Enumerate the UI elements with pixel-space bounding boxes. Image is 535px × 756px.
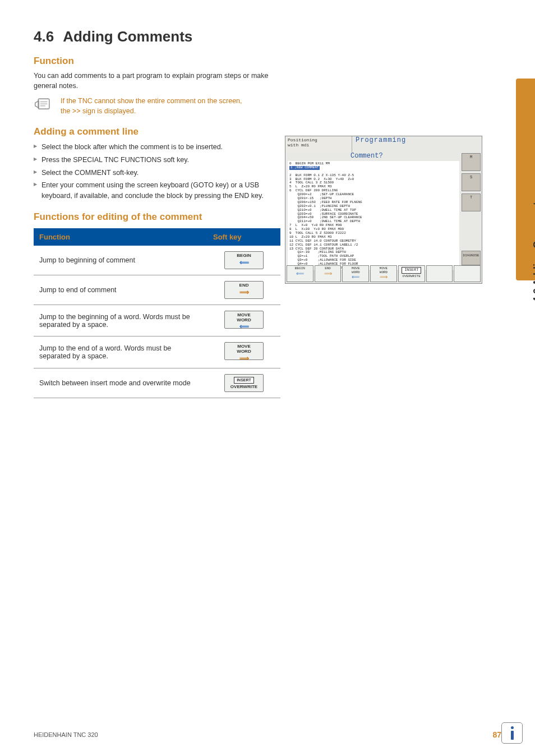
note-icon	[34, 96, 54, 113]
cell-desc: Switch between insert mode and overwrite…	[34, 368, 207, 398]
arrow-right-icon: ⟹	[225, 355, 263, 362]
arrow-left-icon: ⟸	[225, 323, 263, 330]
softkey-label: END	[225, 283, 263, 288]
softkey-move-word-right[interactable]: MOVE WORD ⟹	[224, 342, 264, 360]
softkey-insert-overwrite[interactable]: INSERT OVERWRITE	[224, 374, 264, 392]
section-title: Adding Comments	[63, 28, 192, 45]
section-heading: 4.6 Adding Comments	[34, 28, 501, 45]
section-number: 4.6	[34, 28, 54, 45]
sk-empty	[426, 265, 453, 282]
mode-t-button[interactable]: T	[462, 193, 481, 211]
softkey-label: OVERWRITE	[225, 385, 263, 390]
arrow-right-icon: ⟹	[380, 274, 388, 280]
table-row: Jump to end of comment END ⟹	[34, 275, 280, 305]
table-row: Switch between insert mode and overwrite…	[34, 368, 280, 398]
col-function: Function	[34, 228, 207, 246]
softkey-begin[interactable]: BEGIN ⟸	[224, 251, 264, 269]
softkey-label: WORD	[225, 349, 263, 354]
mode-m-button[interactable]: M	[462, 153, 481, 171]
softkey-label: BEGIN	[225, 253, 263, 259]
softkey-insert-label: INSERT	[234, 377, 254, 384]
step-item: Press the SPECIAL TNC FUNCTIONS soft key…	[34, 155, 280, 165]
mode-s-button[interactable]: S	[462, 173, 481, 191]
sk-move-word-left[interactable]: MOVEWORD⟸	[342, 265, 369, 282]
sk-empty	[454, 265, 481, 282]
table-row: Jump to the beginning of a word. Words m…	[34, 305, 280, 336]
step-item: Enter your comment using the screen keyb…	[34, 180, 280, 201]
diagnose-button[interactable]: DIAGNOSE	[462, 251, 481, 265]
page-number: 87	[492, 730, 501, 739]
prompt-line: Comment?	[285, 152, 482, 161]
step-item: Select the block after which the comment…	[34, 142, 280, 153]
screen-title: Programming	[352, 136, 482, 152]
softkey-label: WORD	[225, 318, 263, 323]
code-listing: 0 BEGIN PGM EX11 MM 1 ;NEW COMMENT 2 BLK…	[288, 161, 459, 270]
footer-left: HEIDENHAIN TNC 320	[34, 731, 98, 738]
step-item: Select the COMMENT soft-key.	[34, 168, 280, 178]
sk-begin[interactable]: BEGIN⟸	[287, 265, 313, 282]
arrow-right-icon: ⟹	[225, 289, 263, 296]
edit-functions-table: Function Soft key Jump to beginning of c…	[34, 228, 280, 398]
info-icon	[501, 722, 523, 744]
softkey-row: BEGIN⟸ END⟹ MOVEWORD⟸ MOVEWORD⟹ INSERTOV…	[287, 265, 481, 282]
heading-function: Function	[34, 56, 501, 67]
sk-end[interactable]: END⟹	[315, 265, 342, 282]
cell-desc: Jump to the end of a word. Words must be…	[34, 336, 207, 368]
table-row: Jump to beginning of comment BEGIN ⟸	[34, 246, 280, 275]
arrow-left-icon: ⟸	[352, 274, 359, 280]
note-text: If the TNC cannot show the entire commen…	[61, 96, 251, 116]
arrow-left-icon: ⟸	[296, 271, 304, 277]
softkey-move-word-left[interactable]: MOVE WORD ⟸	[224, 311, 264, 329]
page-footer: HEIDENHAIN TNC 320 87	[34, 730, 501, 739]
cell-desc: Jump to the beginning of a word. Words m…	[34, 305, 207, 336]
table-row: Jump to the end of a word. Words must be…	[34, 336, 280, 368]
col-softkey: Soft key	[207, 228, 280, 246]
softkey-end[interactable]: END ⟹	[224, 281, 264, 299]
mode-indicator: Positioning with mdi	[285, 136, 352, 152]
cell-desc: Jump to end of comment	[34, 275, 207, 305]
note-block: If the TNC cannot show the entire commen…	[34, 96, 501, 116]
sk-insert-overwrite[interactable]: INSERTOVERWRITE	[398, 265, 425, 282]
arrow-right-icon: ⟹	[324, 271, 332, 277]
cell-desc: Jump to beginning of comment	[34, 246, 207, 275]
arrow-left-icon: ⟸	[225, 259, 263, 266]
adding-line-steps: Select the block after which the comment…	[34, 142, 280, 201]
sk-move-word-right[interactable]: MOVEWORD⟹	[370, 265, 397, 282]
tnc-screenshot: Positioning with mdi Programming Comment…	[285, 136, 482, 284]
function-body: You can add comments to a part program t…	[34, 71, 269, 91]
